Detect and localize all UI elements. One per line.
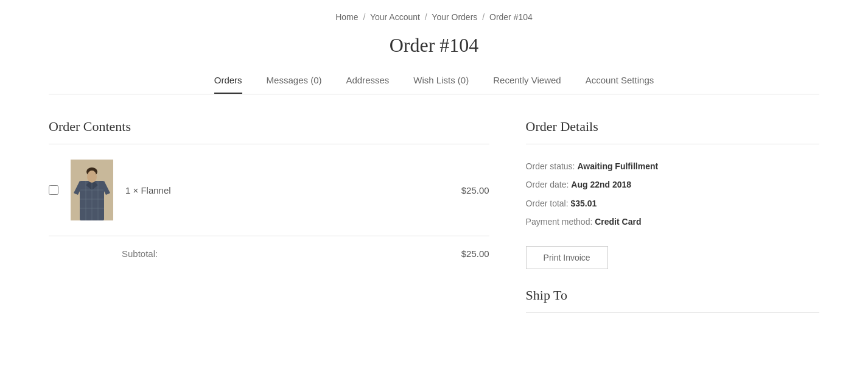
breadcrumb-sep-2: / <box>425 12 427 22</box>
page-title: Order #104 <box>49 34 819 57</box>
subtotal-label: Subtotal: <box>122 248 158 259</box>
order-status-row: Order status: Awaiting Fulfillment <box>526 160 819 173</box>
table-row: 1 × Flannel $25.00 <box>49 160 489 220</box>
account-nav: Orders Messages (0) Addresses Wish Lists… <box>49 75 819 94</box>
order-status-label: Order status: <box>526 161 575 171</box>
breadcrumb-sep-1: / <box>363 12 365 22</box>
subtotal-row: Subtotal: $25.00 <box>49 248 489 259</box>
tab-recently-viewed[interactable]: Recently Viewed <box>493 75 561 94</box>
tab-wish-lists[interactable]: Wish Lists (0) <box>413 75 469 94</box>
order-details-title: Order Details <box>526 119 819 135</box>
subtotal-divider <box>49 236 489 236</box>
order-payment-label: Payment method: <box>526 217 593 227</box>
item-name: 1 × Flannel <box>125 185 429 195</box>
breadcrumb-your-account[interactable]: Your Account <box>370 12 420 22</box>
breadcrumb-current-order[interactable]: Order #104 <box>489 12 533 22</box>
print-invoice-button[interactable]: Print Invoice <box>526 246 608 269</box>
order-payment-row: Payment method: Credit Card <box>526 215 819 228</box>
order-date-row: Order date: Aug 22nd 2018 <box>526 178 819 191</box>
order-payment-value: Credit Card <box>595 217 641 227</box>
order-total-value: $35.01 <box>571 199 597 208</box>
tab-messages[interactable]: Messages (0) <box>267 75 322 94</box>
order-contents-title: Order Contents <box>49 119 489 135</box>
main-content: Order Contents <box>49 119 819 313</box>
item-checkbox[interactable] <box>49 185 58 195</box>
breadcrumb-home[interactable]: Home <box>335 12 358 22</box>
product-image <box>71 160 113 220</box>
breadcrumb-sep-3: / <box>482 12 485 22</box>
svg-point-13 <box>88 171 96 180</box>
tab-orders[interactable]: Orders <box>214 75 242 94</box>
contents-divider <box>49 144 489 144</box>
ship-to-title: Ship To <box>526 287 819 303</box>
order-date-label: Order date: <box>526 180 569 189</box>
ship-to-divider <box>526 312 819 313</box>
subtotal-value: $25.00 <box>461 248 489 259</box>
order-details-section: Order Details Order status: Awaiting Ful… <box>526 119 819 313</box>
order-status-value: Awaiting Fulfillment <box>577 161 658 171</box>
order-total-row: Order total: $35.01 <box>526 197 819 210</box>
details-divider <box>526 144 819 144</box>
order-contents-section: Order Contents <box>49 119 489 313</box>
tab-addresses[interactable]: Addresses <box>346 75 389 94</box>
item-price: $25.00 <box>441 185 489 195</box>
order-total-label: Order total: <box>526 199 569 208</box>
order-date-value: Aug 22nd 2018 <box>571 180 631 189</box>
breadcrumb: Home / Your Account / Your Orders / Orde… <box>49 12 819 22</box>
ship-to-section: Ship To <box>526 287 819 313</box>
tab-account-settings[interactable]: Account Settings <box>586 75 654 94</box>
breadcrumb-your-orders[interactable]: Your Orders <box>432 12 477 22</box>
